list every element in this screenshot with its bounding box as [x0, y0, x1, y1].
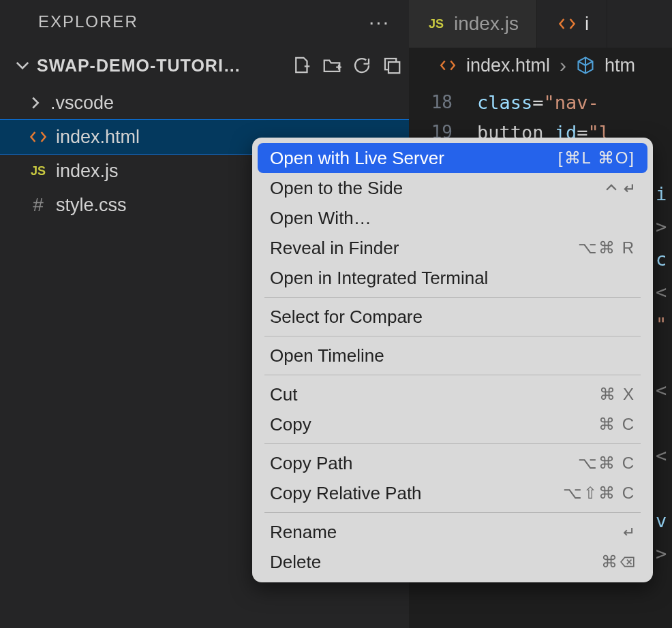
- menu-shortcut: [620, 524, 635, 539]
- svg-rect-1: [388, 62, 399, 73]
- chevron-right-icon: [29, 96, 42, 110]
- menu-label: Open Timeline: [270, 345, 384, 366]
- menu-select-compare[interactable]: Select for Compare: [258, 302, 647, 332]
- delete-icon: [620, 554, 635, 569]
- menu-cut[interactable]: Cut ⌘ X: [258, 379, 647, 409]
- tree-item-label: index.js: [56, 161, 119, 182]
- html-file-icon: [439, 57, 457, 74]
- symbol-icon: [576, 56, 595, 75]
- new-folder-icon[interactable]: [322, 55, 342, 76]
- section-title: SWAP-DEMO-TUTORI…: [37, 56, 292, 76]
- menu-separator: [264, 512, 641, 513]
- section-header[interactable]: SWAP-DEMO-TUTORI…: [0, 48, 409, 83]
- menu-open-terminal[interactable]: Open in Integrated Terminal: [258, 263, 647, 293]
- menu-shortcut: ⌥⌘ C: [578, 454, 635, 473]
- menu-reveal-finder[interactable]: Reveal in Finder ⌥⌘ R: [258, 233, 647, 263]
- menu-rename[interactable]: Rename: [258, 517, 647, 547]
- menu-separator: [264, 336, 641, 336]
- new-file-icon[interactable]: [292, 55, 312, 76]
- menu-open-live-server[interactable]: Open with Live Server [⌘L ⌘O]: [258, 143, 647, 173]
- enter-icon: [620, 180, 635, 195]
- menu-label: Select for Compare: [270, 307, 423, 328]
- chevron-up-icon: [604, 180, 619, 195]
- tab-label: i: [585, 13, 589, 35]
- tab-partial[interactable]: i: [537, 0, 607, 48]
- menu-label: Rename: [270, 522, 337, 543]
- menu-shortcut: ⌥⇧⌘ C: [563, 484, 635, 503]
- chevron-down-icon: [15, 58, 30, 73]
- menu-shortcut: ⌥⌘ R: [578, 238, 635, 257]
- collapse-icon[interactable]: [382, 55, 402, 76]
- explorer-title: EXPLORER: [38, 12, 138, 31]
- code-edge: i > c < " < < v >: [656, 177, 672, 569]
- menu-open-with[interactable]: Open With…: [258, 203, 647, 233]
- menu-label: Open to the Side: [270, 178, 403, 199]
- menu-shortcut: ⌘ C: [598, 415, 635, 434]
- menu-separator: [264, 375, 641, 375]
- menu-label: Copy Path: [270, 453, 352, 474]
- menu-delete[interactable]: Delete ⌘: [258, 547, 647, 577]
- breadcrumb-file: index.html: [466, 55, 550, 76]
- menu-copy-relative-path[interactable]: Copy Relative Path ⌥⇧⌘ C: [258, 478, 647, 508]
- code-line: 18 class = "nav-: [409, 87, 672, 117]
- menu-copy[interactable]: Copy ⌘ C: [258, 409, 647, 439]
- refresh-icon[interactable]: [352, 55, 372, 76]
- tree-folder-vscode[interactable]: .vscode: [0, 86, 409, 120]
- menu-separator: [264, 297, 641, 298]
- enter-icon: [620, 524, 635, 539]
- menu-label: Delete: [270, 552, 321, 573]
- menu-label: Open in Integrated Terminal: [270, 268, 488, 289]
- menu-copy-path[interactable]: Copy Path ⌥⌘ C: [258, 448, 647, 478]
- tree-item-label: .vscode: [50, 93, 114, 114]
- tree-item-label: style.css: [56, 195, 127, 216]
- editor-tabs: JS index.js i: [409, 0, 672, 48]
- menu-label: Copy Relative Path: [270, 483, 422, 504]
- menu-shortcut: [604, 180, 635, 195]
- tree-item-label: index.html: [56, 127, 140, 148]
- html-file-icon: [29, 127, 48, 146]
- html-file-icon: [558, 14, 577, 33]
- tab-index-js[interactable]: JS index.js: [409, 0, 537, 48]
- menu-open-to-side[interactable]: Open to the Side: [258, 173, 647, 203]
- line-number: 18: [409, 92, 477, 112]
- menu-open-timeline[interactable]: Open Timeline: [258, 341, 647, 371]
- menu-label: Open With…: [270, 208, 371, 229]
- tab-label: index.js: [454, 13, 519, 35]
- menu-shortcut: ⌘ X: [599, 385, 635, 404]
- breadcrumb-symbol: htm: [605, 55, 635, 76]
- more-icon[interactable]: ···: [369, 10, 390, 33]
- menu-label: Reveal in Finder: [270, 238, 399, 259]
- breadcrumb[interactable]: index.html › htm: [409, 48, 672, 83]
- menu-separator: [264, 443, 641, 444]
- css-file-icon: #: [29, 194, 48, 216]
- menu-label: Cut: [270, 384, 297, 405]
- js-file-icon: JS: [427, 17, 446, 31]
- menu-label: Copy: [270, 414, 311, 435]
- menu-label: Open with Live Server: [270, 148, 444, 169]
- explorer-header: EXPLORER ···: [0, 0, 409, 48]
- menu-shortcut: ⌘: [601, 552, 635, 571]
- chevron-right-icon: ›: [560, 54, 566, 77]
- context-menu: Open with Live Server [⌘L ⌘O] Open to th…: [252, 138, 653, 582]
- section-actions: [292, 55, 402, 76]
- menu-shortcut: [⌘L ⌘O]: [558, 148, 635, 168]
- js-file-icon: JS: [29, 164, 48, 178]
